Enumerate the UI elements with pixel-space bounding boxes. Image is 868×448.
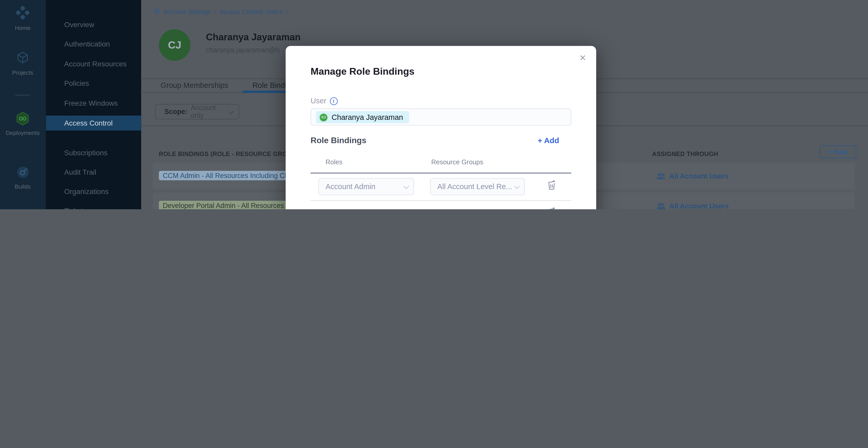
- trash-icon: [547, 207, 556, 209]
- scope-value: Account only: [191, 104, 228, 119]
- column-header-resource-groups: Resource Groups: [431, 158, 483, 166]
- scope-dropdown[interactable]: Scope: Account only: [155, 104, 239, 119]
- role-select-value: Account Admin: [326, 182, 375, 191]
- role-select-disabled[interactable]: Account Admin: [318, 178, 414, 195]
- gear-icon: ⚙: [153, 8, 160, 15]
- sidebar-item-home[interactable]: Home: [0, 5, 45, 31]
- sidebar-item-overview[interactable]: Overview: [64, 21, 94, 29]
- breadcrumb-separator: ›: [286, 8, 288, 15]
- chevron-down-icon: [403, 184, 409, 189]
- role-bindings-section-label: Role Bindings: [311, 135, 367, 145]
- settings-submenu: ⚙ Overview Authentication Account Resour…: [45, 0, 141, 209]
- chevron-down-icon: [228, 109, 233, 114]
- sidebar-item-label: Deployments: [0, 130, 45, 136]
- avatar-initials: CJ: [168, 39, 181, 51]
- column-header-role-bindings: ROLE BINDINGS (ROLE - RESOURCE GROUP): [159, 150, 298, 157]
- rail-divider: [15, 95, 31, 96]
- avatar: CJ: [319, 113, 328, 122]
- sidebar-item-policies[interactable]: Policies: [64, 79, 89, 87]
- sidebar-item-tickets[interactable]: Tickets: [64, 207, 87, 209]
- tab-group-memberships[interactable]: Group Memberships: [161, 81, 228, 90]
- role-binding-chip[interactable]: CCM Admin - All Resources Including Chil: [159, 171, 296, 180]
- deployments-hexagon-icon: [0, 111, 45, 126]
- resource-group-select[interactable]: CCM-Resource-Gro...: [435, 209, 507, 209]
- column-header-assigned-through: ASSIGNED THROUGH: [652, 150, 718, 157]
- assigned-through-label: All Account Users: [669, 202, 728, 209]
- add-binding-button[interactable]: + Add: [538, 136, 559, 145]
- sidebar-item-organizations[interactable]: Organizations: [64, 187, 108, 196]
- user-email: charanya.jayaraman@h: [206, 46, 279, 54]
- sidebar-item-deployments[interactable]: Deployments: [0, 111, 45, 136]
- chevron-down-icon: [514, 184, 519, 189]
- user-field-label: User i: [311, 97, 338, 105]
- user-chip[interactable]: CJ Charanya Jayaraman: [316, 111, 409, 123]
- builds-icon: [0, 166, 45, 178]
- add-role-button[interactable]: + Role: [820, 145, 856, 158]
- sidebar-item-label: Builds: [0, 183, 45, 189]
- info-icon[interactable]: i: [330, 97, 338, 105]
- delete-binding-button[interactable]: [547, 207, 556, 209]
- sidebar-item-subscriptions[interactable]: Subscriptions: [64, 149, 107, 157]
- user-chip-name: Charanya Jayaraman: [332, 113, 403, 122]
- table-header-divider: [311, 173, 571, 173]
- sidebar-item-audit-trail[interactable]: Audit Trail: [64, 168, 96, 176]
- sidebar-item-access-control[interactable]: Access Control: [64, 119, 113, 127]
- manage-role-bindings-modal: ✕ Manage Role Bindings User i CJ Charany…: [285, 46, 596, 209]
- breadcrumb-access-control-users[interactable]: Access Control: Users: [220, 8, 282, 15]
- sidebar-item-label: Projects: [0, 69, 45, 76]
- harness-logo-icon: [0, 5, 45, 20]
- breadcrumb: ⚙ Account Settings › Access Control: Use…: [153, 8, 288, 15]
- delete-binding-button[interactable]: [547, 180, 556, 191]
- assigned-through-cell[interactable]: All Account Users: [656, 193, 728, 209]
- trash-icon: [547, 180, 556, 191]
- sidebar-item-authentication[interactable]: Authentication: [64, 40, 110, 48]
- sidebar-item-freeze-windows[interactable]: Freeze Windows: [64, 99, 118, 107]
- cube-icon: [0, 51, 45, 64]
- breadcrumb-separator: ›: [214, 8, 216, 15]
- resource-group-select-value: All Account Level Re...: [437, 182, 512, 191]
- scope-label: Scope:: [164, 108, 187, 115]
- assigned-through-label: All Account Users: [669, 172, 728, 180]
- row-divider: [311, 200, 571, 201]
- sidebar-item-account-resources[interactable]: Account Resources: [64, 60, 126, 68]
- user-avatar: CJ: [159, 29, 190, 61]
- user-input[interactable]: CJ Charanya Jayaraman: [311, 108, 571, 125]
- role-binding-chip[interactable]: Developer Portal Admin - All Resources I…: [159, 201, 296, 209]
- app-window: Home Projects Deployments: [0, 0, 868, 209]
- sidebar-item-label: Home: [0, 24, 45, 31]
- close-icon[interactable]: ✕: [579, 53, 586, 63]
- role-select[interactable]: CCM Custom Role S...: [324, 209, 399, 209]
- user-group-icon: [656, 202, 665, 209]
- user-group-icon: [656, 173, 665, 180]
- column-header-roles: Roles: [326, 158, 342, 166]
- user-label-text: User: [311, 97, 327, 105]
- assigned-through-cell[interactable]: All Account Users: [656, 163, 728, 189]
- page-title-user-name: Charanya Jayaraman: [206, 32, 301, 43]
- sidebar-item-builds[interactable]: Builds: [0, 166, 45, 189]
- avatar-initials: CJ: [321, 115, 326, 119]
- module-rail: Home Projects Deployments: [0, 0, 45, 209]
- modal-title: Manage Role Bindings: [311, 66, 414, 77]
- sidebar-item-projects[interactable]: Projects: [0, 51, 45, 76]
- resource-group-select-disabled[interactable]: All Account Level Re...: [430, 178, 525, 195]
- breadcrumb-account-settings[interactable]: Account Settings: [163, 8, 211, 15]
